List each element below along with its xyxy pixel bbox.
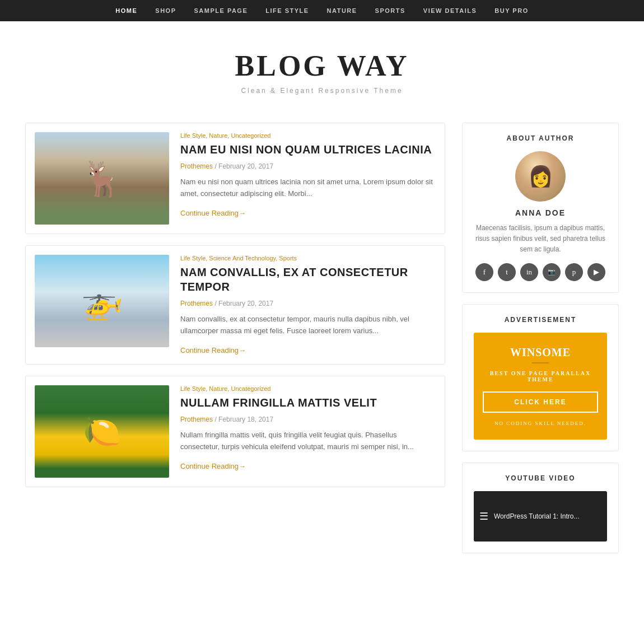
article-date: February 20, 2017	[218, 162, 273, 170]
article-card: Life Style, Nature, Uncategorized NULLAM…	[25, 376, 445, 487]
article-title: NULLAM FRINGILLA MATTIS VELIT	[180, 395, 436, 410]
article-excerpt: Nam eu nisi non quam ultrices lacinia no…	[180, 176, 436, 200]
site-header: BLOG WAY Clean & Elegant Responsive Them…	[0, 21, 644, 111]
twitter-icon[interactable]: t	[498, 263, 516, 281]
nav-item-view-details[interactable]: VIEW DETAILS	[423, 7, 477, 14]
article-meta: Prothemes / February 20, 2017	[180, 162, 436, 170]
article-title: NAM CONVALLIS, EX AT CONSECTETUR TEMPOR	[180, 265, 436, 294]
article-image	[35, 385, 169, 478]
article-author[interactable]: Prothemes	[180, 416, 213, 423]
article-excerpt: Nam convallis, ex at consectetur tempor,…	[180, 313, 436, 337]
about-author-title: ABOUT AUTHOR	[474, 134, 607, 142]
nav-item-sample-page[interactable]: SAMPLE PAGE	[194, 7, 248, 14]
youtube-video[interactable]: ☰ WordPress Tutorial 1: Intro...	[474, 491, 607, 542]
about-author-section: ABOUT AUTHOR 👩 ANNA DOE Maecenas facilis…	[462, 123, 619, 293]
author-name: ANNA DOE	[474, 208, 607, 217]
ad-footer: NO CODING SKILL NEEDED.	[483, 421, 598, 426]
article-categories: Life Style, Nature, Uncategorized	[180, 132, 436, 139]
site-title: BLOG WAY	[11, 49, 633, 82]
youtube-title: YOUTUBE VIDEO	[474, 474, 607, 482]
author-avatar: 👩	[515, 151, 566, 202]
article-date: February 20, 2017	[218, 300, 273, 307]
article-excerpt: Nullam fringilla mattis velit, quis frin…	[180, 429, 436, 453]
article-author[interactable]: Prothemes	[180, 300, 213, 307]
article-categories: Life Style, Nature, Uncategorized	[180, 385, 436, 392]
sidebar: ABOUT AUTHOR 👩 ANNA DOE Maecenas facilis…	[462, 123, 619, 564]
video-title: WordPress Tutorial 1: Intro...	[494, 512, 580, 520]
nav-item-buy-pro[interactable]: BUY PRO	[494, 7, 528, 14]
menu-icon: ☰	[479, 510, 488, 522]
advertisement-title: ADVERTISEMENT	[474, 316, 607, 324]
youtube-icon[interactable]: ▶	[587, 263, 605, 281]
article-author[interactable]: Prothemes	[180, 162, 213, 170]
nav-item-nature[interactable]: NATURE	[327, 7, 357, 14]
article-card: Life Style, Science And Technology, Spor…	[25, 245, 445, 365]
pinterest-icon[interactable]: p	[565, 263, 583, 281]
article-card: Life Style, Nature, Uncategorized NAM EU…	[25, 123, 445, 234]
linkedin-icon[interactable]: in	[520, 263, 538, 281]
nav-item-shop[interactable]: SHOP	[155, 7, 176, 14]
ad-title: WINSOME	[483, 346, 598, 359]
article-date: February 18, 2017	[218, 416, 273, 423]
main-nav: HOMESHOPSAMPLE PAGELIFE STYLENATURESPORT…	[0, 0, 644, 21]
nav-item-life-style[interactable]: LIFE STYLE	[265, 7, 309, 14]
article-body: Life Style, Science And Technology, Spor…	[180, 255, 436, 355]
social-icons: f t in 📷 p ▶	[474, 263, 607, 281]
ad-box: WINSOME BEST ONE PAGE PARALLAX THEME CLI…	[474, 333, 607, 440]
article-image	[35, 255, 169, 347]
article-body: Life Style, Nature, Uncategorized NAM EU…	[180, 132, 436, 225]
nav-item-home[interactable]: HOME	[115, 7, 137, 14]
continue-reading-link[interactable]: Continue Reading→	[180, 346, 246, 354]
continue-reading-link[interactable]: Continue Reading→	[180, 462, 246, 470]
article-image	[35, 132, 169, 225]
ad-divider	[532, 362, 549, 363]
instagram-icon[interactable]: 📷	[543, 263, 561, 281]
article-meta: Prothemes / February 20, 2017	[180, 300, 436, 307]
youtube-section: YOUTUBE VIDEO ☰ WordPress Tutorial 1: In…	[462, 463, 619, 553]
author-bio: Maecenas facilisis, ipsum a dapibus matt…	[474, 223, 607, 255]
main-content: Life Style, Nature, Uncategorized NAM EU…	[25, 123, 445, 564]
page-container: Life Style, Nature, Uncategorized NAM EU…	[14, 111, 630, 576]
article-meta: Prothemes / February 18, 2017	[180, 416, 436, 423]
advertisement-section: ADVERTISEMENT WINSOME BEST ONE PAGE PARA…	[462, 304, 619, 451]
facebook-icon[interactable]: f	[475, 263, 493, 281]
click-here-button[interactable]: CLICK HERE	[483, 391, 598, 413]
site-subtitle: Clean & Elegant Responsive Theme	[11, 87, 633, 95]
article-title: NAM EU NISI NON QUAM ULTRICES LACINIA	[180, 142, 436, 157]
article-categories: Life Style, Science And Technology, Spor…	[180, 255, 436, 262]
nav-item-sports[interactable]: SPORTS	[375, 7, 405, 14]
ad-subtitle: BEST ONE PAGE PARALLAX THEME	[483, 370, 598, 382]
article-body: Life Style, Nature, Uncategorized NULLAM…	[180, 385, 436, 478]
continue-reading-link[interactable]: Continue Reading→	[180, 209, 246, 217]
